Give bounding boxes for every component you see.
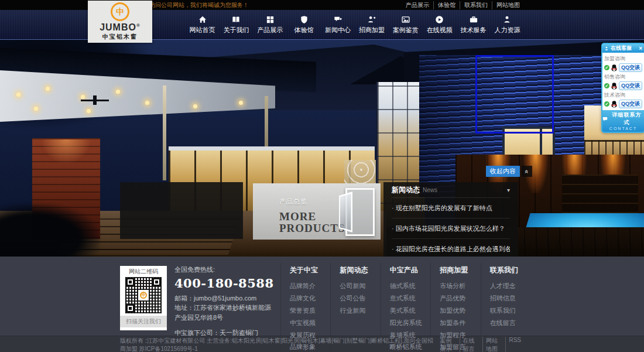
qq-chat-button[interactable]: QQ交谈 bbox=[619, 100, 642, 108]
topbar-link-experience[interactable]: 体验馆 bbox=[433, 1, 460, 9]
nav-item-franchise[interactable]: 招商加盟 bbox=[355, 10, 388, 39]
qq-penguin-icon bbox=[611, 82, 618, 90]
qr-title: 网站二维码 bbox=[120, 266, 167, 277]
qq-group-label: 销售咨询 bbox=[604, 73, 642, 81]
qq-penguin-icon bbox=[611, 64, 618, 71]
footer-link[interactable]: 阳光房系统 bbox=[390, 317, 424, 329]
photo-icon bbox=[401, 15, 410, 24]
hero-banner: 产品总览 MOREPRODUCTS 新闻动态 News ▾ 现在别墅阳光房的发展… bbox=[0, 40, 644, 257]
news-item[interactable]: 花园阳光房在漫长的道路上必然会遇到各种挑战 bbox=[392, 238, 510, 257]
nav-item-cases[interactable]: 案例鉴赏 bbox=[389, 10, 422, 39]
footer-link[interactable]: 意式系统 bbox=[390, 292, 424, 305]
shield-icon bbox=[300, 15, 309, 24]
service-person-icon bbox=[604, 46, 609, 51]
online-status-icon: ✔ bbox=[604, 83, 609, 88]
person-icon bbox=[502, 15, 512, 24]
ceiling-fan bbox=[81, 100, 109, 101]
footer-link[interactable]: 联系我们 bbox=[490, 305, 524, 317]
bottom-link-message[interactable]: 在线留言 bbox=[460, 337, 482, 352]
news-item[interactable]: 国内市场花园阳光房发展状况怎么样？ bbox=[392, 218, 510, 238]
contact-details-button[interactable]: 详细联系方式 CONTACT bbox=[602, 110, 644, 132]
nav-item-news[interactable]: 新闻中心 bbox=[321, 10, 355, 39]
logo-subtitle: 中宝铝木窗 bbox=[102, 33, 138, 41]
footer-link[interactable]: 市场分析 bbox=[440, 280, 474, 292]
foreground-shrub bbox=[0, 204, 100, 257]
nav-item-video[interactable]: 在线视频 bbox=[423, 10, 456, 39]
bottom-link-cases[interactable]: 案例展示 bbox=[437, 337, 459, 352]
window-graphic bbox=[333, 188, 375, 235]
qq-group-label: 技术咨询 bbox=[604, 91, 642, 99]
hotline-phone: 400-180-8588 bbox=[174, 276, 274, 291]
nav-item-about[interactable]: 关于我们 bbox=[220, 10, 253, 39]
porch-post bbox=[163, 86, 166, 180]
main-menu: 网站首页 关于我们 产品展示 体验馆 新闻中心 招商加盟 案例鉴赏 bbox=[186, 10, 524, 39]
footer-link[interactable]: 在线留言 bbox=[490, 317, 524, 329]
online-service-widget: 在线客服 × 加盟咨询 ✔ QQ交谈 销售咨询 ✔ QQ交谈 技术咨询 ✔ QQ… bbox=[601, 43, 644, 133]
address-row: 地址：江苏省张家港妙桥镇新能源产业园兄华路8号 bbox=[174, 303, 274, 322]
footer-link[interactable]: 荣誉资质 bbox=[290, 305, 324, 317]
copyright-text: 版权所有 :江苏中宝建材有限公司 主营业务:铝木阳光房|铝木窗|阳光房|铜包木|… bbox=[120, 337, 437, 352]
footer-link[interactable]: 行业新闻 bbox=[340, 305, 374, 317]
news-subtitle: News bbox=[423, 187, 504, 193]
footer-link[interactable]: 品牌简介 bbox=[290, 280, 324, 292]
topbar-link-sitemap[interactable]: 网站地图 bbox=[492, 1, 524, 9]
logo-emblem-icon: 中 bbox=[111, 2, 129, 21]
main-navbar: 中 JUMBO® 中宝铝木窗 网站首页 关于我们 产品展示 体验馆 新闻中心 bbox=[0, 10, 644, 40]
qq-chat-button[interactable]: QQ交谈 bbox=[619, 81, 642, 90]
footer-link[interactable]: 加盟条件 bbox=[440, 317, 474, 329]
qr-caption: 扫描关注我们 bbox=[120, 316, 167, 327]
footer-link[interactable]: 公司新闻 bbox=[340, 280, 374, 292]
topbar-link-contact[interactable]: 联系我们 bbox=[460, 1, 492, 9]
nav-item-tech-service[interactable]: 技术服务 bbox=[457, 10, 490, 39]
qr-card: 网站二维码 中 扫描关注我们 bbox=[120, 266, 167, 330]
company-logo[interactable]: 中 JUMBO® 中宝铝木窗 bbox=[88, 1, 152, 43]
bottom-bar: 版权所有 :江苏中宝建材有限公司 主营业务:铝木阳光房|铝木窗|阳光房|铜包木|… bbox=[0, 336, 644, 352]
nav-item-hr[interactable]: 人力资源 bbox=[491, 10, 524, 39]
nav-item-products[interactable]: 产品展示 bbox=[254, 10, 287, 39]
news-item[interactable]: 现在别墅阳光房的发展有了新特点 bbox=[392, 197, 510, 218]
selection-rectangle bbox=[475, 55, 554, 134]
collapse-arrows-icon[interactable]: « bbox=[522, 166, 532, 177]
email-value[interactable]: jumbo@51jumbo.com bbox=[194, 295, 256, 302]
grid-icon bbox=[266, 15, 275, 24]
footer: 网站二维码 中 扫描关注我们 全国免费热线: 400-180-8588 邮箱：j… bbox=[0, 257, 644, 336]
qr-center-logo: 中 bbox=[138, 290, 149, 300]
qq-group-label: 加盟咨询 bbox=[604, 55, 642, 63]
topbar-link-products[interactable]: 产品展示 bbox=[402, 1, 433, 9]
book-icon bbox=[231, 15, 241, 24]
footer-link[interactable]: 德式系统 bbox=[390, 280, 424, 292]
close-icon[interactable]: × bbox=[639, 46, 642, 52]
topbar-quick-links: 产品展示 体验馆 联系我们 网站地图 bbox=[402, 1, 524, 9]
chat-bubble-icon bbox=[602, 116, 608, 122]
collapse-content-button[interactable]: 收起内容 bbox=[486, 166, 520, 177]
nav-item-experience[interactable]: 体验馆 bbox=[287, 10, 321, 39]
footer-link[interactable]: 人才理念 bbox=[490, 280, 524, 292]
footer-link[interactable]: 公司公告 bbox=[340, 292, 374, 305]
online-service-title: 在线客服 bbox=[611, 45, 637, 52]
footer-link[interactable]: 产品优势 bbox=[440, 292, 474, 305]
email-row: 邮箱：jumbo@51jumbo.com bbox=[174, 293, 274, 303]
news-dropdown-icon[interactable]: ▾ bbox=[507, 187, 510, 193]
person-plus-icon bbox=[367, 15, 376, 24]
footer-link[interactable]: 品牌文化 bbox=[290, 292, 324, 305]
logo-brand-text: JUMBO® bbox=[100, 22, 141, 33]
footer-link[interactable]: 美式系统 bbox=[390, 305, 424, 317]
news-title: 新闻动态 bbox=[392, 185, 420, 195]
footer-link[interactable]: 加盟优势 bbox=[440, 305, 474, 317]
chat-icon bbox=[333, 15, 342, 24]
online-status-icon: ✔ bbox=[604, 65, 609, 70]
hotline-label: 全国免费热线: bbox=[174, 265, 274, 275]
bottom-links: 案例展示 在线留言 网站地图 RSS bbox=[437, 337, 524, 352]
footer-link[interactable]: 中宝视频 bbox=[290, 317, 324, 329]
nav-item-home[interactable]: 网站首页 bbox=[186, 10, 219, 39]
carousel-dark-panel bbox=[120, 182, 243, 239]
online-status-icon: ✔ bbox=[604, 101, 609, 107]
bottom-link-rss[interactable]: RSS bbox=[505, 337, 524, 352]
qq-chat-button[interactable]: QQ交谈 bbox=[619, 63, 642, 72]
qr-code: 中 bbox=[125, 277, 162, 313]
qq-penguin-icon bbox=[611, 100, 618, 108]
bottom-link-sitemap[interactable]: 网站地图 bbox=[482, 337, 505, 352]
more-products-panel[interactable]: 产品总览 MOREPRODUCTS bbox=[253, 183, 381, 240]
play-icon bbox=[435, 15, 444, 24]
footer-link[interactable]: 招聘信息 bbox=[490, 292, 524, 305]
